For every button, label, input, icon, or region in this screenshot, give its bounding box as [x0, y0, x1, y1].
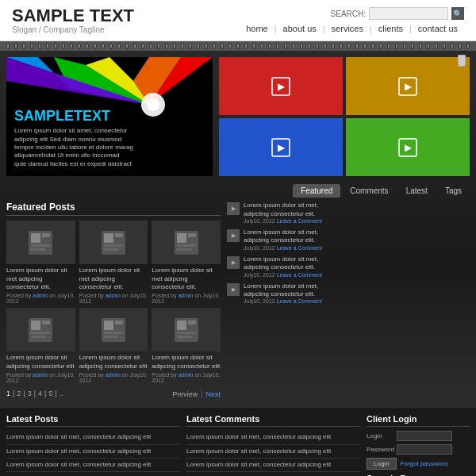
post-item-2: Lorem ipsum dolor sit met adipcing conse… — [79, 221, 148, 304]
tab-latest[interactable]: Latest — [398, 184, 436, 198]
login-button[interactable]: Login — [367, 458, 397, 470]
search-bar: SEARCH: 🔍 — [331, 7, 464, 20]
spiral-dot — [419, 43, 422, 49]
latest-posts-col: Latest Posts Lorem ipsum dolor sit met, … — [6, 414, 180, 476]
post-author-3[interactable]: admin — [178, 293, 193, 298]
svg-point-9 — [147, 98, 159, 111]
search-icon[interactable]: 🔍 — [451, 7, 464, 20]
hero-section: SAMPLETEXT Lorem ipsum dolor sit amet, c… — [0, 51, 476, 180]
comment-item-3: Lorem ipsum dolor sit met,adipcting cons… — [227, 255, 470, 278]
svg-rect-12 — [42, 233, 50, 237]
spiral-dot — [38, 43, 41, 49]
page-4[interactable]: 4 — [38, 390, 42, 397]
svg-rect-29 — [31, 336, 45, 338]
post-desc-6: Lorem ipsum dolor sit adipcing consectet… — [152, 354, 221, 370]
login-label: Login — [367, 432, 394, 440]
spiral-dot — [141, 43, 144, 49]
spiral-dot — [387, 43, 390, 49]
spiral-dot — [205, 43, 208, 49]
nav-home[interactable]: home — [240, 24, 274, 33]
hero-image: SAMPLETEXT Lorem ipsum dolor sit amet, c… — [6, 57, 213, 176]
video-thumb-3[interactable]: ▶ — [219, 118, 343, 176]
client-login-col: Client Login Login Password Login Forgot… — [367, 414, 470, 476]
spiral-dot — [395, 43, 398, 49]
forgot-password-link[interactable]: Forgot password — [401, 460, 448, 467]
post-desc-1: Lorem ipsum dolor sit met adipcing conse… — [6, 267, 75, 291]
video-thumb-4[interactable]: ▶ — [346, 118, 470, 176]
spiral-dot — [316, 43, 319, 49]
page-1[interactable]: 1 — [6, 390, 10, 397]
post-desc-5: Lorem ipsum dolor sit adipcing consectet… — [79, 354, 148, 370]
spiral-dot — [379, 43, 382, 49]
nav-services[interactable]: services — [325, 24, 370, 33]
header: SAMPLE TEXT Slogan / Company Tagline SEA… — [0, 0, 476, 41]
hero-description: Lorem ipsum dolor sit amet, consectetur … — [14, 127, 133, 168]
preview-next: Preview | Next — [172, 390, 221, 398]
post-thumb-3[interactable] — [152, 221, 221, 264]
spiral-dot — [260, 43, 263, 49]
preview-link[interactable]: Preview — [172, 390, 198, 398]
page-5[interactable]: 5 — [48, 390, 52, 397]
post-item-5: Lorem ipsum dolor sit adipcing consectet… — [79, 308, 148, 383]
featured-title: Featured Posts — [6, 202, 221, 216]
svg-rect-16 — [104, 233, 113, 243]
login-input[interactable] — [397, 431, 452, 441]
post-author-4[interactable]: admin — [33, 372, 48, 378]
search-input[interactable] — [369, 7, 448, 20]
post-thumb-6[interactable] — [152, 308, 221, 351]
sidebar-section: Lorem ipsum dolor sit met,adipcting cons… — [227, 202, 470, 401]
page-more[interactable]: .. — [60, 390, 63, 397]
content-row: Featured Posts Lorem ipsum dolor sit met… — [0, 198, 476, 408]
svg-rect-21 — [177, 233, 186, 243]
post-icon-1 — [25, 227, 56, 259]
post-thumb-5[interactable] — [79, 308, 148, 351]
post-grid-2: Lorem ipsum dolor sit adipcing consectet… — [6, 308, 221, 383]
comment-link-1[interactable]: Leave a Comment — [277, 218, 322, 224]
spiral-dot — [435, 43, 438, 49]
spiral-dot — [54, 43, 57, 49]
page-sep-3: | — [34, 390, 36, 397]
post-icon-5 — [98, 314, 129, 346]
post-meta-6: Posted by admin on July10, 2012 — [152, 372, 221, 383]
nav-contact[interactable]: contact us — [412, 24, 464, 33]
post-thumb-2[interactable] — [79, 221, 148, 264]
tab-tags[interactable]: Tags — [437, 184, 470, 198]
comment-play-1 — [227, 202, 240, 215]
post-author-6[interactable]: admin — [178, 372, 193, 378]
post-thumb-4[interactable] — [6, 308, 75, 351]
spiral-dot — [443, 43, 446, 49]
post-author-5[interactable]: admin — [106, 372, 121, 378]
spiral-dot — [117, 43, 121, 49]
comment-link-2[interactable]: Leave a Comment — [277, 245, 322, 251]
post-thumb-1[interactable] — [6, 221, 75, 264]
spiral-dot — [466, 43, 470, 49]
nav-about[interactable]: about us — [277, 24, 323, 33]
page-3[interactable]: 3 — [28, 390, 32, 397]
svg-rect-11 — [31, 233, 40, 243]
post-author-2[interactable]: admin — [106, 293, 121, 298]
comment-item-1: Lorem ipsum dolor sit met,adipcting cons… — [227, 202, 470, 224]
nav-clients[interactable]: clients — [372, 24, 409, 33]
latest-comments-title: Latest Comments — [186, 414, 360, 427]
video-thumb-1[interactable]: ▶ — [219, 57, 343, 115]
comment-link-4[interactable]: Leave a Comment — [277, 298, 322, 304]
site-title: SAMPLE TEXT — [12, 6, 134, 25]
video-thumb-2[interactable]: ▶ — [346, 57, 470, 115]
password-input[interactable] — [397, 444, 452, 455]
post-author-1[interactable]: admin — [33, 293, 48, 298]
svg-rect-23 — [177, 244, 196, 247]
play-icon-2: ▶ — [398, 77, 417, 96]
tab-comments[interactable]: Comments — [342, 184, 396, 198]
page-2[interactable]: 2 — [17, 390, 21, 397]
comment-link-3[interactable]: Leave a Comment — [277, 272, 322, 278]
tab-featured[interactable]: Featured — [293, 184, 340, 198]
spiral-dot — [173, 43, 176, 49]
latest-post-1: Lorem ipsum dolor sit met, consectetur a… — [6, 431, 180, 444]
spiral-dot — [14, 43, 17, 49]
svg-rect-28 — [31, 332, 50, 334]
next-link[interactable]: Next — [205, 390, 221, 398]
post-meta-3: Posted by admin on July10, 2012 — [152, 293, 221, 304]
svg-rect-33 — [104, 332, 123, 334]
comment-date-3: July10, 2012 Leave a Comment — [244, 272, 322, 278]
spiral-dot — [451, 43, 454, 49]
